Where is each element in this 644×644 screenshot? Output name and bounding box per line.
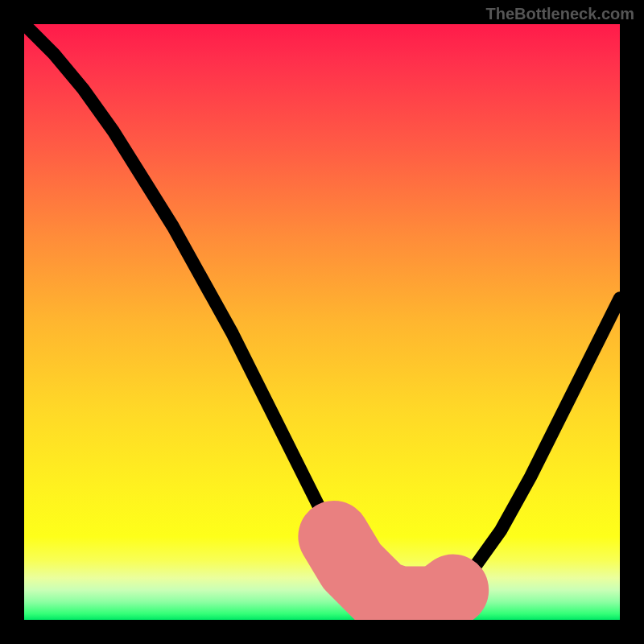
plot-svg <box>24 24 620 620</box>
chart-frame: TheBottleneck.com <box>0 0 644 644</box>
watermark-text: TheBottleneck.com <box>486 5 634 23</box>
valley-highlight <box>334 536 453 601</box>
plot-area <box>24 24 620 620</box>
